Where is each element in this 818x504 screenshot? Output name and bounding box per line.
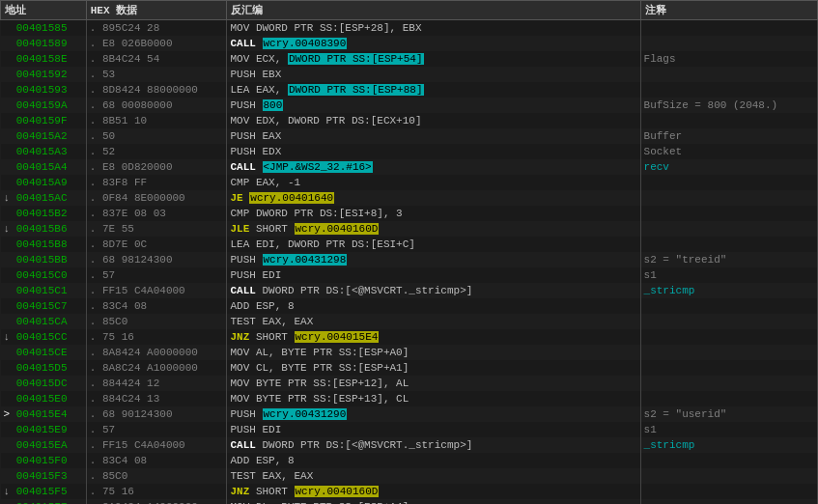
hex-value: . 85C0 (90, 316, 128, 327)
addr-value: 004015C7 (16, 300, 68, 312)
cell-disasm: MOV DWORD PTR SS:[ESP+28], EBX (227, 20, 640, 37)
cell-disasm: CALL <JMP.&WS2_32.#16> (227, 159, 640, 175)
addr-value: 004015A4 (16, 161, 68, 173)
disasm-text: JLE SHORT wcry.0040160D (230, 223, 379, 235)
cell-disasm: CALL DWORD PTR DS:[<@MSVCRT._stricmp>] (227, 283, 640, 298)
cell-disasm: PUSH EAX (227, 128, 640, 144)
disassembly-table: 地址 HEX 数据 反汇编 注释 . 00401585. 895C24 28MO… (0, 0, 818, 504)
cell-comment: s1 (640, 267, 817, 283)
table-row[interactable]: . 004015F3. 85C0TEST EAX, EAX (1, 468, 818, 484)
cell-hex: . 57 (86, 422, 227, 437)
table-row[interactable]: . 004015CE. 8A8424 A0000000MOV AL, BYTE … (1, 345, 818, 360)
disasm-text: CALL wcry.00408390 (230, 38, 347, 49)
hex-value: . 83C4 08 (90, 455, 147, 466)
cell-disasm: JNZ SHORT wcry.0040160D (227, 484, 640, 499)
addr-value: 004015B6 (16, 223, 68, 235)
addr-value: 004015D5 (16, 362, 68, 374)
table-row[interactable]: . 0040158E. 8B4C24 54MOV ECX, DWORD PTR … (1, 51, 818, 67)
table-row[interactable]: . 004015A4. E8 0D820000CALL <JMP.&WS2_32… (1, 159, 818, 175)
disasm-text: TEST EAX, EAX (230, 470, 313, 482)
cell-comment (640, 36, 817, 51)
table-row[interactable]: . 00401589. E8 026B0000CALL wcry.0040839… (1, 36, 818, 51)
cell-addr: . 004015BB (1, 252, 87, 267)
cell-addr: . 004015A3 (1, 144, 87, 159)
table-row[interactable]: . 004015B8. 8D7E 0CLEA EDI, DWORD PTR DS… (1, 237, 818, 252)
table-row[interactable]: . 0040159A. 68 00080000PUSH 800BufSize =… (1, 98, 818, 113)
hex-value: . 83F8 FF (90, 177, 147, 188)
table-row[interactable]: . 004015EA. FF15 C4A04000CALL DWORD PTR … (1, 437, 818, 453)
table-row[interactable]: . 0040159F. 8B51 10MOV EDX, DWORD PTR DS… (1, 113, 818, 128)
table-row[interactable]: . 004015C1. FF15 C4A04000CALL DWORD PTR … (1, 283, 818, 298)
hex-value: . 57 (90, 269, 115, 281)
no-marker: . (4, 439, 16, 451)
cell-disasm: LEA EDI, DWORD PTR DS:[ESI+C] (227, 237, 640, 252)
table-row[interactable]: . 004015DC. 884424 12MOV BYTE PTR SS:[ES… (1, 376, 818, 391)
cell-comment (640, 360, 817, 376)
hex-value: . 68 00080000 (90, 99, 173, 111)
cell-hex: . 8D8424 88000000 (86, 82, 227, 98)
table-row[interactable]: . 00401585. 895C24 28MOV DWORD PTR SS:[E… (1, 20, 818, 37)
comment-text: Flags (644, 53, 676, 65)
cell-disasm: PUSH EBX (227, 67, 640, 82)
comment-text: Buffer (644, 130, 683, 142)
table-row[interactable]: ↓ 004015AC. 0F84 8E000000JE wcry.0040164… (1, 190, 818, 206)
table-row[interactable]: . 004015E9. 57PUSH EDIs1 (1, 422, 818, 437)
comment-text: _stricmp (644, 285, 695, 296)
cell-addr: . 00401593 (1, 82, 87, 98)
table-row[interactable]: . 004015C7. 83C4 08ADD ESP, 8 (1, 298, 818, 314)
table-row[interactable]: . 004015A2. 50PUSH EAXBuffer (1, 128, 818, 144)
cell-hex: . 75 16 (86, 484, 227, 499)
arrow-down-icon: ↓ (4, 192, 16, 204)
disasm-text: LEA EAX, DWORD PTR SS:[ESP+88] (230, 84, 423, 96)
disasm-text: JNZ SHORT wcry.004015E4 (230, 331, 379, 343)
table-row[interactable]: . 004015D5. 8A8C24 A1000000MOV CL, BYTE … (1, 360, 818, 376)
cell-disasm: PUSH EDI (227, 267, 640, 283)
cell-hex: . 68 90124300 (86, 406, 227, 422)
addr-value: 00401589 (16, 38, 68, 49)
cell-disasm: MOV BYTE PTR SS:[ESP+13], CL (227, 391, 640, 406)
cell-addr: . 004015C0 (1, 267, 87, 283)
cell-hex: . 52 (86, 144, 227, 159)
table-row[interactable]: . 004015C0. 57PUSH EDIs1 (1, 267, 818, 283)
table-row[interactable]: . 00401593. 8D8424 88000000LEA EAX, DWOR… (1, 82, 818, 98)
comment-text: BufSize = 800 (2048.) (644, 99, 778, 111)
cell-addr: . 004015CA (1, 314, 87, 329)
cell-disasm: MOV BYTE PTR SS:[ESP+12], AL (227, 376, 640, 391)
addr-value: 00401593 (16, 84, 68, 96)
table-row[interactable]: . 004015F0. 83C4 08ADD ESP, 8 (1, 453, 818, 468)
cell-hex: . 85C0 (86, 314, 227, 329)
hex-value: . 0F84 8E000000 (90, 192, 185, 204)
disasm-text: CMP DWORD PTR DS:[ESI+8], 3 (230, 208, 402, 219)
table-row[interactable]: . 004015B2. 837E 08 03CMP DWORD PTR DS:[… (1, 206, 818, 221)
hex-value: . 75 16 (90, 331, 134, 343)
hex-value: . 68 98124300 (90, 254, 173, 266)
table-row[interactable]: . 004015E0. 884C24 13MOV BYTE PTR SS:[ES… (1, 391, 818, 406)
table-row[interactable]: ↓ 004015B6. 7E 55JLE SHORT wcry.0040160D (1, 221, 818, 237)
table-row[interactable]: . 004015CA. 85C0TEST EAX, EAX (1, 314, 818, 329)
hex-value: . 884424 12 (90, 378, 160, 389)
cell-addr: ↓ 004015B6 (1, 221, 87, 237)
cell-comment: s2 = "treeid" (640, 252, 817, 267)
table-row[interactable]: > 004015E4. 68 90124300PUSH wcry.0043129… (1, 406, 818, 422)
table-row[interactable]: ↓ 004015F5. 75 16JNZ SHORT wcry.0040160D (1, 484, 818, 499)
table-row[interactable]: . 004015F7. 8A9424 A4000000MOV DL, BYTE … (1, 499, 818, 504)
cell-hex: . 83F8 FF (86, 175, 227, 190)
hex-value: . 8B4C24 54 (90, 53, 160, 65)
cell-addr: . 004015B2 (1, 206, 87, 221)
hex-value: . FF15 C4A04000 (90, 285, 185, 296)
comment-text: s2 = "treeid" (644, 254, 727, 266)
cell-disasm: LEA EAX, DWORD PTR SS:[ESP+88] (227, 82, 640, 98)
table-row[interactable]: ↓ 004015CC. 75 16JNZ SHORT wcry.004015E4 (1, 329, 818, 345)
cell-hex: . 895C24 28 (86, 20, 227, 37)
cell-addr: . 004015F3 (1, 468, 87, 484)
table-row[interactable]: . 004015BB. 68 98124300PUSH wcry.0043129… (1, 252, 818, 267)
table-row[interactable]: . 004015A3. 52PUSH EDXSocket (1, 144, 818, 159)
cell-hex: . 884C24 13 (86, 391, 227, 406)
table-row[interactable]: . 00401592. 53PUSH EBX (1, 67, 818, 82)
cell-addr: . 004015CE (1, 345, 87, 360)
cell-comment (640, 113, 817, 128)
hex-value: . 83C4 08 (90, 300, 147, 312)
disasm-text: MOV AL, BYTE PTR SS:[ESP+A0] (230, 347, 409, 358)
table-row[interactable]: . 004015A9. 83F8 FFCMP EAX, -1 (1, 175, 818, 190)
cell-disasm: MOV ECX, DWORD PTR SS:[ESP+54] (227, 51, 640, 67)
